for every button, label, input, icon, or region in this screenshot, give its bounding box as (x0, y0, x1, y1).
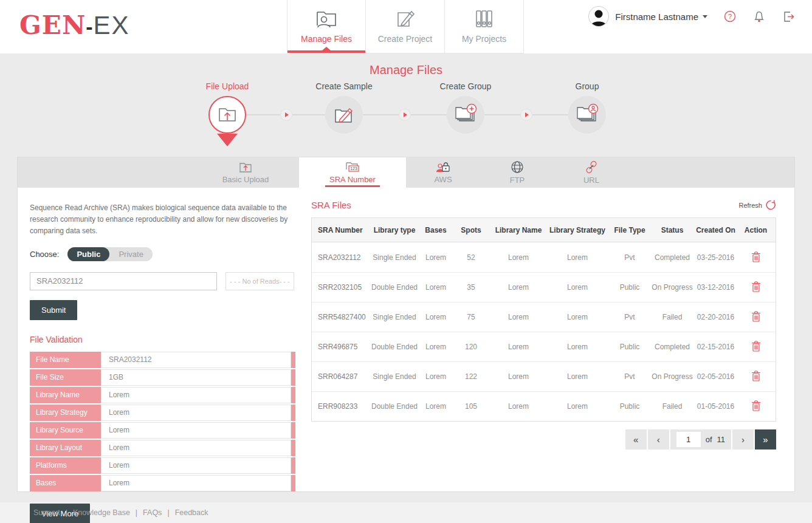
pink-scroll-strip (291, 475, 295, 491)
pink-scroll-strip (291, 352, 295, 368)
visibility-toggle: Public Private (67, 247, 152, 261)
nav-tab-create-project[interactable]: Create Project (366, 0, 445, 53)
pagination-last-button[interactable]: » (755, 429, 776, 450)
create-group-icon (447, 96, 484, 134)
table-row: SRR064287 Single Ended Lorem 122 Lorem L… (312, 361, 776, 391)
validation-row: Library Source Lorem (30, 422, 295, 439)
nav-tab-manage-files[interactable]: Manage Files (287, 0, 366, 53)
pink-scroll-strip (291, 457, 295, 474)
active-step-pin (217, 134, 238, 146)
pink-scroll-strip (291, 369, 295, 386)
tab-url[interactable]: URL (554, 157, 628, 188)
help-icon[interactable]: ? (723, 10, 737, 23)
delete-icon[interactable] (751, 281, 761, 292)
sra-form-panel: Sequence Read Archive (SRA) makes biolog… (18, 188, 308, 493)
step-label: Group (545, 81, 630, 92)
user-name[interactable]: Firstname Lastname (615, 12, 698, 22)
delete-icon[interactable] (751, 370, 761, 381)
nav-tab-label: Create Project (378, 34, 432, 44)
table-row: ERR908233 Double Ended Lorem 105 Lorem L… (312, 391, 776, 421)
svg-text:?: ? (728, 13, 732, 20)
step-create-sample[interactable]: Create Sample (301, 81, 387, 134)
tab-ftp[interactable]: FTP (480, 157, 554, 188)
tab-basic-upload[interactable]: Basic Upload (192, 157, 299, 188)
public-option[interactable]: Public (67, 247, 109, 261)
nav-tab-label: My Projects (462, 34, 506, 44)
logo-gen: GEN (19, 10, 86, 40)
pink-scroll-strip (291, 422, 295, 439)
validation-row: Bases Lorem (30, 475, 295, 491)
footer-link-faqs[interactable]: FAQs (143, 508, 162, 517)
no-of-reads-input[interactable] (225, 272, 294, 290)
step-label: Create Sample (301, 81, 387, 92)
step-arrow-icon (520, 109, 532, 121)
step-label: Create Group (423, 81, 508, 92)
private-option[interactable]: Private (109, 247, 152, 261)
nav-tab-my-projects[interactable]: My Projects (445, 0, 524, 53)
logout-icon[interactable] (782, 10, 795, 23)
my-projects-icon (474, 9, 495, 29)
tab-label: Basic Upload (222, 175, 269, 184)
table-row: SRR54827400 Single Ended Lorem 75 Lorem … (312, 302, 776, 332)
notifications-bell-icon[interactable] (752, 10, 766, 23)
validation-row: File Name SRA2032112 (30, 352, 295, 368)
delete-icon[interactable] (751, 310, 761, 322)
validation-row: Library Name Lorem (30, 387, 295, 403)
footer-link-knowledge-base[interactable]: Knowledge Base (73, 508, 130, 517)
step-file-upload[interactable]: File Upload (185, 81, 270, 134)
tab-aws[interactable]: AWS (406, 157, 480, 188)
validation-row: File Size 1GB (30, 369, 295, 386)
sra-files-title: SRA Files (311, 200, 351, 210)
footer-separator: | (66, 508, 67, 517)
pink-scroll-strip (291, 405, 295, 421)
footer-link-feedback[interactable]: Feedback (175, 508, 208, 517)
pagination: « ‹ of 11 › » (311, 429, 776, 450)
pink-scroll-strip (291, 387, 295, 403)
main-nav: Manage Files Create Project My Project (287, 0, 524, 53)
refresh-icon (766, 200, 776, 210)
app-logo: GEN-EX (19, 11, 130, 41)
pagination-next-button[interactable]: › (732, 429, 754, 450)
tab-sra-number[interactable]: 123 SRA Number (299, 157, 406, 188)
sra-number-input[interactable] (30, 272, 217, 290)
page-number-input[interactable] (676, 432, 701, 447)
create-sample-icon (325, 96, 363, 134)
delete-icon[interactable] (751, 340, 761, 352)
sra-files-panel: SRA Files Refresh SRA Number Library typ… (308, 188, 794, 493)
validation-row: Library Strategy Lorem (30, 405, 295, 421)
choose-label: Choose: (30, 250, 59, 259)
app-header: GEN-EX Manage Files Create Project (0, 0, 812, 53)
delete-icon[interactable] (751, 400, 761, 411)
create-project-icon (396, 9, 415, 29)
table-row: SRR2032105 Double Ended Lorem 35 Lorem L… (312, 272, 776, 302)
step-group[interactable]: Group (545, 81, 630, 134)
pagination-prev-button[interactable]: ‹ (648, 429, 669, 450)
tab-label: URL (583, 176, 599, 185)
workflow-stepper: File Upload Create Sample Create Group (0, 81, 812, 157)
sra-number-icon: 123 (345, 161, 360, 173)
submit-button[interactable]: Submit (30, 300, 77, 320)
step-arrow-icon (399, 109, 411, 121)
svg-text:123: 123 (350, 166, 357, 171)
caret-down-icon[interactable] (703, 15, 707, 18)
upload-method-tabs: Basic Upload 123 SRA Number (18, 157, 794, 188)
step-label: File Upload (185, 81, 270, 92)
footer-link-support[interactable]: Support (33, 508, 60, 517)
refresh-label: Refresh (738, 202, 762, 209)
delete-icon[interactable] (751, 251, 761, 262)
pagination-first-button[interactable]: « (625, 429, 647, 450)
tab-label: AWS (434, 175, 452, 184)
refresh-button[interactable]: Refresh (738, 200, 776, 210)
sra-description: Sequence Read Archive (SRA) makes biolog… (30, 202, 290, 238)
table-row: SRR496875 Double Ended Lorem 120 Lorem L… (312, 332, 776, 361)
nav-tab-label: Manage Files (301, 34, 352, 44)
file-upload-icon (208, 96, 246, 134)
table-header-row: SRA Number Library type Bases Spots Libr… (312, 218, 776, 242)
avatar[interactable] (588, 6, 609, 27)
basic-upload-icon (238, 161, 253, 173)
group-icon (568, 96, 606, 134)
footer-separator: | (136, 508, 137, 517)
sra-files-table: SRA Number Library type Bases Spots Libr… (311, 217, 776, 422)
tab-label: FTP (510, 176, 525, 185)
step-create-group[interactable]: Create Group (423, 81, 508, 134)
